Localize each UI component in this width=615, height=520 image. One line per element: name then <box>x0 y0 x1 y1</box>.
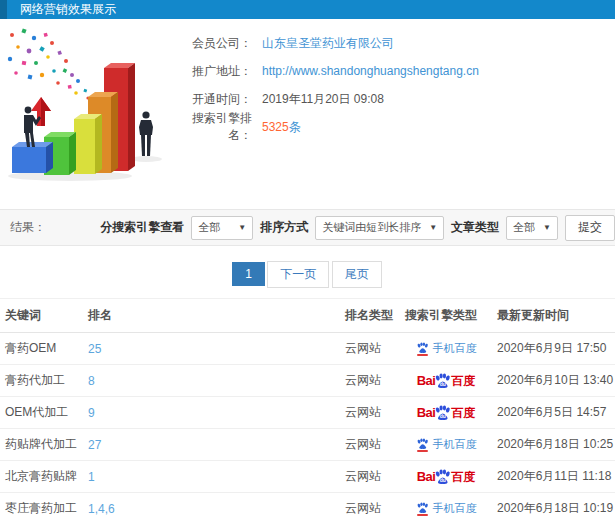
page-number-current[interactable]: 1 <box>232 262 265 286</box>
member-company[interactable]: 山东皇圣堂药业有限公司 <box>262 35 394 52</box>
info-row: 会员公司： 山东皇圣堂药业有限公司 <box>190 29 615 57</box>
engine-rank-count: 5325条 <box>262 119 301 136</box>
engine-cell: 手机百度 <box>400 333 492 365</box>
engine-cell: 手机百度 <box>400 493 492 520</box>
result-label: 结果： <box>10 219 46 236</box>
keyword-cell: 膏药OEM <box>0 333 83 365</box>
column-header: 最新更新时间 <box>492 299 615 333</box>
table-row: 枣庄膏药加工 1,4,6 云网站 手机百度 2020年6月18日 10:19 <box>0 493 615 520</box>
last-page-button[interactable]: 尾页 <box>332 261 382 288</box>
engine-cell: Bai du 百度 <box>400 461 492 493</box>
keyword-cell: 北京膏药贴牌 <box>0 461 83 493</box>
svg-text:du: du <box>440 413 446 419</box>
red-underline <box>417 450 428 452</box>
businessman-right <box>139 111 153 156</box>
rank-link[interactable]: 1 <box>83 461 340 493</box>
info-section: 会员公司： 山东皇圣堂药业有限公司 推广地址： http://www.shand… <box>0 19 615 195</box>
growth-chart-graphic <box>0 23 190 191</box>
rank-link[interactable]: 1,4,6 <box>83 493 340 520</box>
baidu-wordmark: Bai <box>417 406 436 419</box>
rank-link[interactable]: 8 <box>83 365 340 397</box>
mobile-baidu-badge: 手机百度 <box>416 341 477 356</box>
rank-type-cell: 云网站 <box>340 397 400 429</box>
mobile-baidu-badge: 手机百度 <box>416 437 477 452</box>
baidu-logo: Bai du 百度 <box>417 469 476 483</box>
baidu-paw-icon: du <box>434 405 451 420</box>
updated-cell: 2020年6月18日 10:25 <box>492 429 615 461</box>
updated-cell: 2020年6月9日 17:50 <box>492 333 615 365</box>
info-label: 推广地址： <box>190 63 252 80</box>
table-row: OEM代加工 9 云网站 Bai du 百度 2020年6月5日 14:57 <box>0 397 615 429</box>
info-row: 开通时间： 2019年11月20日 09:08 <box>190 85 615 113</box>
baidu-cn-wordmark: 百度 <box>451 471 475 483</box>
article-type-label: 文章类型 <box>451 219 499 236</box>
engine-cell: Bai du 百度 <box>400 397 492 429</box>
rank-link[interactable]: 25 <box>83 333 340 365</box>
rank-type-cell: 云网站 <box>340 461 400 493</box>
next-page-button[interactable]: 下一页 <box>267 261 329 288</box>
sort-value: 关键词由短到长排序 <box>322 220 421 235</box>
filter-bar: 结果： 分搜索引擎查看 全部 ▼ 排序方式 关键词由短到长排序 ▼ 文章类型 全… <box>0 209 615 246</box>
engine-filter-label: 分搜索引擎查看 <box>100 219 184 236</box>
filter-controls: 分搜索引擎查看 全部 ▼ 排序方式 关键词由短到长排序 ▼ 文章类型 全部 ▼ … <box>100 215 615 241</box>
info-row: 搜索引擎排名： 5325条 <box>190 113 615 141</box>
open-time: 2019年11月20日 09:08 <box>262 91 384 108</box>
updated-cell: 2020年6月18日 10:19 <box>492 493 615 520</box>
mobile-baidu-label: 手机百度 <box>433 437 477 452</box>
sort-label: 排序方式 <box>260 219 308 236</box>
table-row: 膏药OEM 25 云网站 手机百度 2020年6月9日 17:50 <box>0 333 615 365</box>
red-underline <box>417 354 428 356</box>
updated-cell: 2020年6月5日 14:57 <box>492 397 615 429</box>
mobile-baidu-paw-icon <box>416 502 429 516</box>
page-header: 网络营销效果展示 <box>0 0 615 19</box>
baidu-wordmark: Bai <box>417 374 436 387</box>
engine-cell: Bai du 百度 <box>400 365 492 397</box>
rank-link[interactable]: 9 <box>83 397 340 429</box>
rank-type-cell: 云网站 <box>340 493 400 520</box>
article-type-value: 全部 <box>513 220 535 235</box>
submit-button[interactable]: 提交 <box>565 215 615 241</box>
table-row: 北京膏药贴牌 1 云网站 Bai du 百度 2020年6月11日 11:18 <box>0 461 615 493</box>
keyword-cell: 药贴牌代加工 <box>0 429 83 461</box>
baidu-paw-icon: du <box>434 469 451 484</box>
column-header: 排名 <box>83 299 340 333</box>
updated-cell: 2020年6月10日 13:40 <box>492 365 615 397</box>
red-underline <box>417 514 428 516</box>
table-row: 膏药代加工 8 云网站 Bai du 百度 2020年6月10日 13:40 <box>0 365 615 397</box>
results-table: 关键词排名排名类型搜索引擎类型最新更新时间 膏药OEM 25 云网站 手机百度 … <box>0 298 615 520</box>
info-label: 会员公司： <box>190 35 252 52</box>
column-header: 关键词 <box>0 299 83 333</box>
rank-type-cell: 云网站 <box>340 333 400 365</box>
chevron-down-icon: ▼ <box>429 223 437 232</box>
keyword-cell: 膏药代加工 <box>0 365 83 397</box>
pagination: 1 下一页 尾页 <box>0 261 615 288</box>
baidu-cn-wordmark: 百度 <box>451 375 475 387</box>
mobile-baidu-paw-icon <box>416 342 429 356</box>
info-label: 搜索引擎排名： <box>190 110 252 144</box>
rank-type-cell: 云网站 <box>340 429 400 461</box>
promo-url[interactable]: http://www.shandonghuangshengtang.cn <box>262 64 479 78</box>
chevron-down-icon: ▼ <box>238 223 246 232</box>
baidu-logo: Bai du 百度 <box>417 405 476 419</box>
mobile-baidu-badge: 手机百度 <box>416 501 477 516</box>
svg-text:du: du <box>440 381 446 387</box>
sort-select[interactable]: 关键词由短到长排序 ▼ <box>315 216 444 240</box>
mobile-baidu-label: 手机百度 <box>433 501 477 516</box>
article-type-select[interactable]: 全部 ▼ <box>506 216 558 240</box>
baidu-paw-icon: du <box>434 373 451 388</box>
bar-yellow <box>74 114 102 174</box>
rank-type-cell: 云网站 <box>340 365 400 397</box>
page-title: 网络营销效果展示 <box>20 2 116 16</box>
info-label: 开通时间： <box>190 91 252 108</box>
engine-cell: 手机百度 <box>400 429 492 461</box>
table-row: 药贴牌代加工 27 云网站 手机百度 2020年6月18日 10:25 <box>0 429 615 461</box>
engine-filter-select[interactable]: 全部 ▼ <box>191 216 253 240</box>
column-header: 排名类型 <box>340 299 400 333</box>
chevron-down-icon: ▼ <box>543 223 551 232</box>
rank-link[interactable]: 27 <box>83 429 340 461</box>
table-header-row: 关键词排名排名类型搜索引擎类型最新更新时间 <box>0 299 615 333</box>
keyword-cell: OEM代加工 <box>0 397 83 429</box>
updated-cell: 2020年6月11日 11:18 <box>492 461 615 493</box>
info-row: 推广地址： http://www.shandonghuangshengtang.… <box>190 57 615 85</box>
baidu-wordmark: Bai <box>417 470 436 483</box>
